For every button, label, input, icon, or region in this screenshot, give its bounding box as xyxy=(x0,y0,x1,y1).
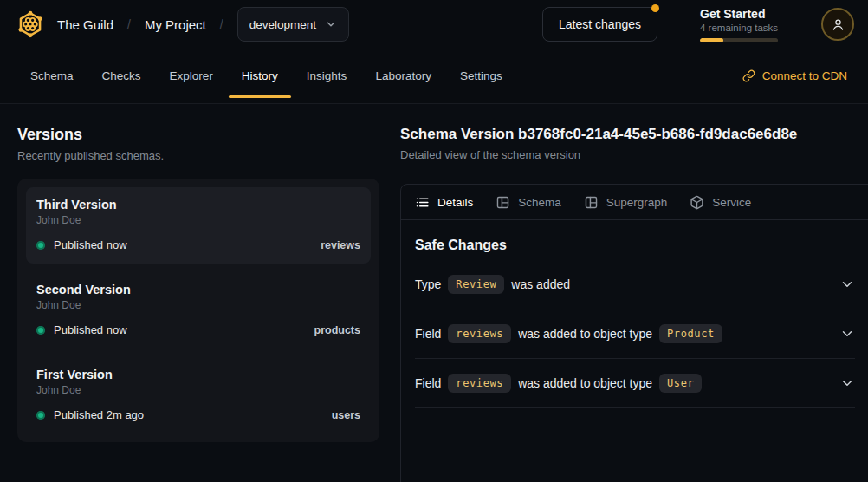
list-icon xyxy=(415,195,430,210)
schema-change-row[interactable]: Field reviews was added to object type P… xyxy=(415,309,855,359)
get-started-widget[interactable]: Get Started 4 remaining tasks xyxy=(700,7,778,42)
version-meta: Published now reviews xyxy=(36,238,360,251)
chevron-down-icon[interactable] xyxy=(839,375,855,391)
nav-tab-laboratory[interactable]: Laboratory xyxy=(362,49,444,103)
main-nav: SchemaChecksExplorerHistoryInsightsLabor… xyxy=(0,49,868,104)
breadcrumb-org[interactable]: The Guild xyxy=(57,17,113,32)
schema-version-title: Schema Version b3768fc0-21a4-45e5-b686-f… xyxy=(400,126,868,143)
version-status: Published now xyxy=(54,238,127,251)
detail-tab-label: Supergraph xyxy=(606,196,668,209)
chevron-down-icon xyxy=(325,18,337,30)
detail-content: Safe Changes Type Review was added Field… xyxy=(401,238,868,408)
schema-change-row[interactable]: Type Review was added xyxy=(415,260,855,309)
detail-tab-supergraph[interactable]: Supergraph xyxy=(584,195,668,210)
change-prefix: Type xyxy=(415,277,441,291)
nav-tab-schema[interactable]: Schema xyxy=(17,49,87,103)
version-list: Third Version John Doe Published now rev… xyxy=(17,179,379,442)
nav-tab-label: Explorer xyxy=(170,69,213,82)
version-name: Third Version xyxy=(36,198,360,212)
version-status: Published 2m ago xyxy=(54,408,144,421)
chevron-down-icon[interactable] xyxy=(839,277,855,292)
version-list-item[interactable]: Third Version John Doe Published now rev… xyxy=(26,187,371,264)
panels-icon xyxy=(584,195,599,210)
schema-version-detail: Schema Version b3768fc0-21a4-45e5-b686-f… xyxy=(400,104,868,482)
version-author: John Doe xyxy=(36,214,360,226)
change-code-badge: Review xyxy=(448,275,504,294)
get-started-progress-fill xyxy=(700,38,723,42)
published-status-dot xyxy=(36,241,45,250)
versions-title: Versions xyxy=(17,126,379,144)
target-selector-value: development xyxy=(249,18,316,31)
detail-tab-label: Schema xyxy=(518,196,561,209)
safe-changes-heading: Safe Changes xyxy=(415,238,855,253)
nav-tab-history[interactable]: History xyxy=(229,49,291,103)
version-meta: Published now products xyxy=(36,323,360,336)
breadcrumb-project[interactable]: My Project xyxy=(145,17,206,32)
version-name: First Version xyxy=(36,368,360,381)
nav-tab-insights[interactable]: Insights xyxy=(294,49,360,103)
detail-tab-details[interactable]: Details xyxy=(415,195,473,210)
change-description: was added to object type xyxy=(518,327,652,341)
detail-tabs: DetailsSchemaSupergraphService xyxy=(401,185,868,220)
change-prefix: Field xyxy=(415,376,441,390)
nav-tabs: SchemaChecksExplorerHistoryInsightsLabor… xyxy=(17,49,515,103)
change-code-badge: reviews xyxy=(448,324,511,343)
version-author: John Doe xyxy=(36,299,360,311)
nav-tab-checks[interactable]: Checks xyxy=(89,49,154,103)
nav-tab-label: Insights xyxy=(307,69,347,82)
version-service-name: users xyxy=(332,409,360,421)
versions-subtitle: Recently published schemas. xyxy=(17,149,379,162)
nav-tab-settings[interactable]: Settings xyxy=(447,49,515,103)
change-description: was added to object type xyxy=(518,376,652,390)
nav-tab-label: Schema xyxy=(30,69,74,82)
nav-tab-explorer[interactable]: Explorer xyxy=(157,49,226,103)
box-icon xyxy=(690,195,704,210)
version-status: Published now xyxy=(54,323,127,336)
schema-version-subtitle: Detailed view of the schema version xyxy=(400,148,868,161)
version-name: Second Version xyxy=(36,283,360,296)
change-code-badge: Product xyxy=(659,324,722,343)
avatar[interactable] xyxy=(821,8,854,41)
chevron-down-icon[interactable] xyxy=(839,326,855,342)
published-status-dot xyxy=(36,326,45,335)
connect-to-cdn-link[interactable]: Connect to CDN xyxy=(742,69,847,82)
connect-to-cdn-label: Connect to CDN xyxy=(762,69,847,82)
nav-tab-label: History xyxy=(242,69,278,82)
latest-changes-label: Latest changes xyxy=(559,17,641,31)
change-code-badge: reviews xyxy=(448,374,511,393)
get-started-subtitle: 4 remaining tasks xyxy=(700,23,778,33)
detail-tab-service[interactable]: Service xyxy=(690,195,751,210)
version-list-item[interactable]: First Version John Doe Published 2m ago … xyxy=(26,357,371,433)
version-service-name: products xyxy=(314,324,360,336)
get-started-title: Get Started xyxy=(700,7,778,21)
breadcrumb: The Guild / My Project / development xyxy=(57,7,349,42)
detail-tab-schema[interactable]: Schema xyxy=(496,195,561,210)
panels-icon xyxy=(496,195,510,210)
notification-dot xyxy=(651,4,659,12)
change-code-badge: User xyxy=(659,374,702,393)
app-header: The Guild / My Project / development Lat… xyxy=(0,0,868,49)
nav-tab-label: Laboratory xyxy=(375,69,431,82)
link-icon xyxy=(742,69,755,82)
change-prefix: Field xyxy=(415,327,441,341)
hive-logo-icon[interactable] xyxy=(16,10,45,39)
version-list-item[interactable]: Second Version John Doe Published now pr… xyxy=(26,272,371,348)
version-service-name: reviews xyxy=(321,239,360,251)
published-status-dot xyxy=(36,411,45,420)
latest-changes-button[interactable]: Latest changes xyxy=(542,7,657,42)
target-selector-dropdown[interactable]: development xyxy=(237,7,349,42)
nav-tab-label: Settings xyxy=(460,69,502,82)
versions-panel: Versions Recently published schemas. Thi… xyxy=(0,104,400,482)
version-meta: Published 2m ago users xyxy=(36,408,360,421)
detail-tab-label: Service xyxy=(712,196,751,209)
schema-version-box: DetailsSchemaSupergraphService Safe Chan… xyxy=(400,184,868,482)
breadcrumb-separator: / xyxy=(127,17,131,31)
schema-change-row[interactable]: Field reviews was added to object type U… xyxy=(415,359,855,408)
detail-tab-label: Details xyxy=(437,196,473,209)
breadcrumb-separator: / xyxy=(220,17,223,31)
get-started-progressbar xyxy=(700,38,778,42)
nav-tab-label: Checks xyxy=(102,69,141,82)
change-list: Type Review was added Field reviews was … xyxy=(415,260,855,408)
change-description: was added xyxy=(511,277,570,291)
user-icon xyxy=(831,17,845,32)
